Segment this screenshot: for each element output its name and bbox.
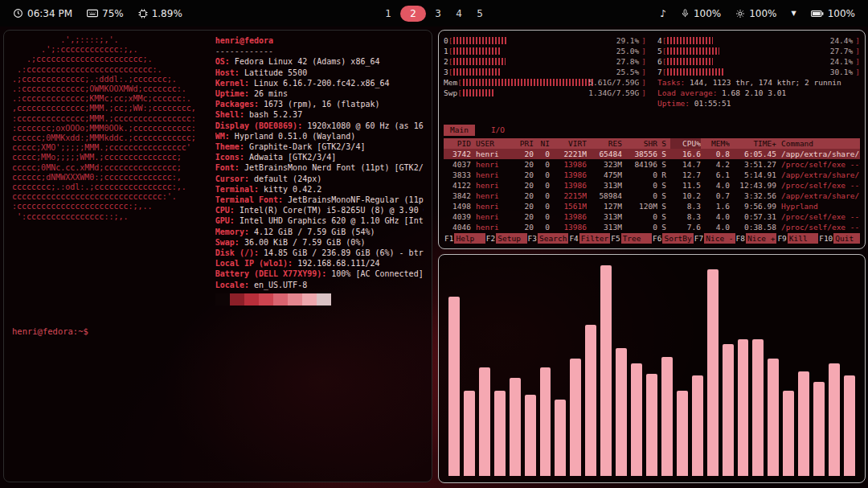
meter-track: 30.1% [667,67,854,77]
fkey-number: F8 [735,233,746,244]
fkey-nice+[interactable]: F8Nice + [735,233,777,244]
clock-module[interactable]: 06:34 PM [13,8,72,19]
fkey-search[interactable]: F3Search [527,233,569,244]
audio-bar [844,375,855,476]
fastfetch-separator: ------------ [215,46,424,56]
process-row[interactable]: 4039henri20013986313M0S8.34.00:57.31/pro… [444,211,860,222]
cell: 0:38.58 [730,222,776,232]
shell-prompt[interactable]: henri@fedora:~$ [12,326,424,336]
info-line: Swap: 36.00 KiB / 7.59 GiB (0%) [215,237,424,248]
process-row[interactable]: 1498henri2001561M127M120MS8.31.69:56.99H… [444,201,860,211]
column-header-virt[interactable]: VIRT [550,138,587,149]
color-swatch [317,293,331,306]
fkey-help[interactable]: F1Help [444,233,485,244]
column-header-command[interactable]: Command [776,138,860,149]
clock-label: 06:34 PM [27,8,72,19]
cell: 313M [587,222,622,232]
cell: 0 [622,180,657,191]
meter-fill [453,68,501,76]
htop-window[interactable]: 0[29.1%]1[25.0%]2[27.8%]3[25.5%]Mem[5.61… [438,30,866,249]
terminal-window[interactable]: .',;::::;,'. .';:cccccccccccc:;,. .;cccc… [3,30,432,482]
tab-main[interactable]: Main [444,125,475,136]
workspace-4[interactable]: 4 [450,8,468,19]
info-label: GPU: [215,216,235,225]
cell: /proc/self/exe --t [776,222,860,232]
meter-bracket: [ [662,57,667,66]
column-header-s[interactable]: S [657,138,670,149]
battery-module[interactable]: 100% [811,8,855,19]
workspace-1[interactable]: 1 [379,8,397,19]
tab-io[interactable]: I/O [485,125,511,136]
cell: 323M [587,159,622,170]
visualizer-window[interactable] [438,254,866,483]
info-line: Shell: bash 5.2.37 [215,109,424,120]
meter-fill [667,68,723,76]
fkey-setup[interactable]: F2Setup [485,233,527,244]
audio-bar [661,357,673,476]
cell: 475M [587,170,622,180]
workspace-2[interactable]: 2 [400,6,426,22]
cell: S [657,201,670,211]
workspace-5[interactable]: 5 [471,8,489,19]
cell: 2221M [550,149,587,159]
keyboard-module[interactable]: 75% [87,8,124,19]
fkey-filter[interactable]: F4Filter [568,233,610,244]
info-label: WM: [215,132,230,141]
meter-track: 29.1% [453,35,641,46]
info-value: JetBrainsMonoNF-Regular (11p [283,195,424,204]
process-row[interactable]: 4046henri20013986313M0S7.64.00:38.58/pro… [444,222,860,232]
cpu-module[interactable]: 1.89% [138,8,182,19]
cell: 0 [534,211,550,222]
fkey-kill[interactable]: F9Kill [776,233,818,244]
process-row[interactable]: 3742henri2002221M6548438556S16.60.86:05.… [444,149,860,159]
cell: 13986 [550,180,587,191]
process-row[interactable]: 3833henri20013986475M0R12.76.15:14.91/ap… [444,170,860,180]
column-header-mem[interactable]: MEM% [701,138,730,149]
meter-bracket: ] [641,78,646,87]
column-header-time[interactable]: TIME+ [730,138,776,149]
column-header-shr[interactable]: SHR [622,138,657,149]
microphone-module[interactable]: 100% [681,8,721,19]
cpu-meters-left: 0[29.1%]1[25.0%]2[27.8%]3[25.5%]Mem[5.61… [444,35,646,109]
column-header-ni[interactable]: NI [534,138,550,149]
info-label: Local IP (wlo1): [215,259,293,268]
info-value: JetBrainsMono Nerd Font (11pt) [GTK2/ [240,163,424,172]
meter-bracket: [ [448,36,453,45]
cell: /app/extra/share/s [776,191,860,201]
fkey-quit[interactable]: F10Quit [818,233,860,244]
gear-module[interactable]: 100% [735,8,776,19]
music-module[interactable]: ♪ [660,9,666,18]
process-row[interactable]: 3842henri2002215M589840S10.20.73:32.56/a… [444,191,860,201]
process-row[interactable]: 4037henri20013986323M84196S14.74.23:51.2… [444,159,860,170]
column-header-cpu[interactable]: CPU% [670,138,701,149]
cell: 20 [513,211,534,222]
dropdown-module[interactable]: ▼ [792,10,796,17]
meter-bracket: [ [457,88,462,97]
fkey-label: Kill [788,233,818,244]
cell: henri [471,211,513,222]
fkey-nice-[interactable]: F7Nice - [694,233,735,244]
info-line: Uptime: 26 mins [215,88,424,99]
info-label: Swap: [215,238,240,247]
info-label: Host: [215,68,240,77]
column-header-pri[interactable]: PRI [513,138,534,149]
column-header-user[interactable]: USER [471,138,513,149]
process-row[interactable]: 4122henri20013986313M0S11.54.012:43.99/p… [444,180,860,191]
cell: 5:14.91 [730,170,776,180]
cell: 2215M [550,191,587,201]
cell: S [657,180,670,191]
fkey-sortby[interactable]: F6SortBy [652,233,694,244]
fkey-tree[interactable]: F5Tree [610,233,652,244]
cell: 16.6 [670,149,701,159]
fastfetch-title: henri@fedora [215,35,424,46]
cell: 4.0 [701,211,730,222]
info-label: Memory: [215,228,249,236]
column-header-res[interactable]: RES [587,138,622,149]
workspace-3[interactable]: 3 [429,8,447,19]
cell: 1.6 [701,201,730,211]
meter-fill [667,58,712,65]
column-header-pid[interactable]: PID [444,138,471,149]
gear-label: 100% [749,8,776,19]
info-label: Theme: [215,142,244,151]
meter-3: 3[25.5%] [444,67,646,77]
